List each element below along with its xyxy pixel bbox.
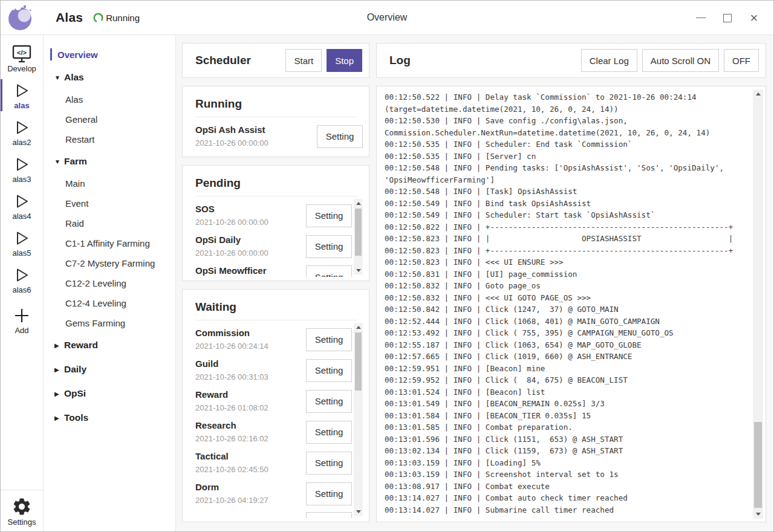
nav-item-c7-2-mystery-farming[interactable]: C7-2 Mystery Farming [44,253,175,273]
log-line: 00:13:08.917 | INFO | Combat execute [385,481,750,493]
task-setting-button[interactable]: Setting [306,452,352,475]
log-scrollbar[interactable] [753,89,763,519]
nav-group-label: OpSi [64,388,86,399]
scrollbar-thumb[interactable] [355,332,362,391]
log-line: 00:12:50.522 | INFO | Delay task `Commis… [385,91,750,103]
nav-group-daily[interactable]: ▶Daily [44,357,175,381]
task-name: Dorm [195,481,301,493]
instance-label: alas6 [12,285,31,294]
sidebar-instance-alas2[interactable]: alas2 [1,114,43,151]
task-name: OpSi Daily [195,234,301,246]
start-button[interactable]: Start [285,49,322,72]
log-line: 00:12:50.549 | INFO | Bind task OpsiAshA… [385,198,750,210]
play-icon [12,81,31,100]
stop-button[interactable]: Stop [327,49,362,72]
task-setting-button[interactable]: Setting [306,359,352,382]
sidebar-instance-alas3[interactable]: alas3 [1,151,43,187]
log-line: 00:12:55.187 | INFO | Click (1063, 654) … [385,339,750,351]
active-indicator [1,227,2,259]
instance-label: alas [14,101,29,110]
scheduler-panel: Scheduler Start Stop [182,43,369,78]
alas-logo-icon [6,3,35,32]
sidebar-instance-alas6[interactable]: alas6 [1,261,43,298]
task-info: Tactical2021-10-26 02:45:50 [195,450,306,475]
scheduler-title: Scheduler [195,54,285,67]
log-line: 00:13:02.134 | INFO | Click (1159, 673) … [385,445,750,457]
log-line: 'OpsiMeowfficerFarming'] [385,174,750,186]
running-list: OpSi Ash Assist2021-10-26 00:00:00Settin… [195,117,363,153]
close-button[interactable]: × [741,6,767,30]
instance-label: alas5 [12,248,31,258]
log-line: 00:13:03.159 | INFO | [Loading] 5% [385,457,750,469]
log-output[interactable]: 00:12:50.522 | INFO | Delay task `Commis… [376,86,766,522]
log-line: 00:12:50.823 | INFO | <<< UI ENSURE >>> [385,256,750,268]
sidebar-item-settings[interactable]: Settings [1,490,43,531]
task-time: 2021-10-26 00:00:00 [195,248,301,259]
pending-list: SOS2021-10-26 00:00:00SettingOpSi Daily2… [195,196,363,277]
nav-group-reward[interactable]: ▶Reward [44,333,175,357]
play-icon [12,265,31,285]
task-setting-button[interactable]: Setting [317,125,363,148]
instance-label: alas3 [12,175,31,184]
nav-item-alas[interactable]: Alas [44,89,175,109]
task-setting-button[interactable]: Setting [306,421,352,444]
running-spinner-icon [93,12,104,24]
log-line: 00:12:50.842 | INFO | Click (1247, 37) @… [385,303,750,316]
sidebar-instance-alas[interactable]: alas [1,77,43,114]
clear-log-button[interactable]: Clear Log [581,49,637,72]
instance-list: alasalas2alas3alas4alas5alas6 [1,77,43,298]
nav-item-raid[interactable]: Raid [44,213,175,233]
log-line: 00:12:59.951 | INFO | [Beacon] mine [385,363,750,375]
maximize-button[interactable] [714,6,741,30]
log-line: 00:13:01.596 | INFO | Click (1151, 653) … [385,433,750,446]
task-setting-button[interactable]: Setting [306,390,352,413]
waiting-scrollbar[interactable] [354,323,363,516]
nav-item-main[interactable]: Main [44,174,175,193]
task-setting-button[interactable]: Setting [306,235,352,258]
autoscroll-off-button[interactable]: OFF [724,49,759,72]
app-title: Alas [56,10,83,25]
nav-group-farm[interactable]: ▼Farm [44,149,175,174]
task-setting-button[interactable]: Setting [306,482,352,505]
nav-group-alas[interactable]: ▼Alas [44,65,175,89]
task-info: OpSi Daily2021-10-26 00:00:00 [195,234,306,259]
sidebar-instance-alas5[interactable]: alas5 [1,224,43,261]
nav-item-general[interactable]: General [44,109,175,129]
log-panel-header: Log Clear Log Auto Scroll ON OFF [376,43,766,78]
task-setting-button[interactable]: Setting [306,204,352,227]
plus-icon [12,306,31,325]
sidebar-instance-alas4[interactable]: alas4 [1,187,43,224]
nav-item-event[interactable]: Event [44,193,175,213]
minimize-button[interactable] [688,6,714,30]
nav-item-c1-1-affinity-farming[interactable]: C1-1 Affinity Farming [44,233,175,253]
nav-item-c12-2-leveling[interactable]: C12-2 Leveling [44,273,175,293]
log-line: 00:12:50.822 | INFO | +-----------------… [385,221,750,233]
scrollbar-thumb[interactable] [754,422,762,508]
play-icon [12,229,31,248]
add-instance-button[interactable]: Add [1,302,43,339]
nav-item-c12-4-leveling[interactable]: C12-4 Leveling [44,293,175,313]
nav-item-overview[interactable]: Overview [44,48,175,60]
log-line: 00:13:01.584 | INFO | [BEACON_TIER 0.035… [385,410,750,422]
sidebar-item-label: Develop [7,64,36,73]
task-setting-button[interactable]: Setting [306,328,352,351]
autoscroll-on-button[interactable]: Auto Scroll ON [642,49,719,72]
play-icon [12,192,31,211]
scrollbar-thumb[interactable] [355,209,362,256]
task-row: SOS2021-10-26 00:00:00Setting [195,200,352,231]
task-row: OpSi Meowfficer FarmingSetting [195,262,352,277]
task-setting-button[interactable]: Setting [306,265,352,277]
active-indicator [50,48,52,60]
task-setting-button[interactable]: Setting [306,512,352,518]
nav-item-restart[interactable]: Restart [44,129,175,149]
task-info: SOS2021-10-26 00:00:00 [195,203,306,228]
nav-group-tools[interactable]: ▶Tools [44,406,175,430]
task-time: 2021-10-26 00:00:00 [195,138,312,149]
nav-group-opsi[interactable]: ▶OpSi [44,381,175,406]
log-line: 00:13:03.159 | INFO | Screenshot interva… [385,469,750,481]
nav-item-gems-farming[interactable]: Gems Farming [44,313,175,333]
pending-scrollbar[interactable] [354,199,363,274]
nav-item-label: Overview [57,50,98,60]
task-row: OpSi Ash Assist2021-10-26 00:00:00Settin… [195,121,363,152]
sidebar-item-develop[interactable]: </> Develop [1,40,43,77]
